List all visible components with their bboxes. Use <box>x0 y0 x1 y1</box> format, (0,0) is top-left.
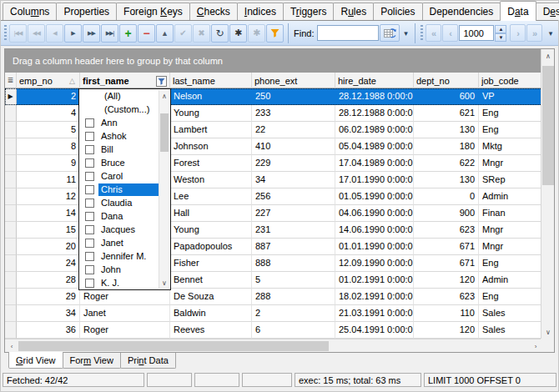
cell-emp_no[interactable]: 36 <box>17 322 80 339</box>
cell-hire_date[interactable]: 17.01.1990 0:00:0 <box>335 172 414 188</box>
tab-policies[interactable]: Policies <box>373 3 422 20</box>
filter-item-all[interactable]: (All) <box>79 89 159 103</box>
cell-job_code[interactable]: Eng <box>479 105 542 122</box>
cell-job_code[interactable]: Admin <box>479 272 542 289</box>
cell-dept_no[interactable]: 130 <box>414 172 479 188</box>
cell-phone_ext[interactable]: 887 <box>252 239 335 255</box>
pager-grip[interactable] <box>421 25 423 42</box>
pager-toolbar-overflow-icon[interactable]: ▾ <box>546 29 556 38</box>
post-edit-button[interactable]: ✔ <box>174 24 192 43</box>
cell-dept_no[interactable]: 623 <box>414 289 479 305</box>
cell-emp_no[interactable]: 8 <box>17 138 80 155</box>
cell-emp_no[interactable]: 11 <box>17 172 80 188</box>
cell-last_name[interactable]: Young <box>170 105 252 122</box>
cell-phone_ext[interactable]: 5 <box>252 272 335 289</box>
cell-phone_ext[interactable]: 6 <box>252 322 335 339</box>
cell-emp_no[interactable]: 29 <box>17 289 80 305</box>
column-header-job_code[interactable]: job_code <box>479 73 542 88</box>
scroll-left-icon[interactable]: ‹ <box>5 339 18 353</box>
filter-item-chris[interactable]: Chris <box>79 183 159 196</box>
cell-phone_ext[interactable]: 233 <box>252 105 335 122</box>
cell-job_code[interactable]: Eng <box>479 255 542 272</box>
cell-phone_ext[interactable]: 229 <box>252 155 335 172</box>
dropdown-scrollbar-thumb[interactable] <box>160 113 169 152</box>
cell-hire_date[interactable]: 05.04.1989 0:00:0 <box>335 138 414 155</box>
cell-hire_date[interactable]: 28.12.1988 0:00:0 <box>335 88 414 105</box>
cell-dept_no[interactable]: 671 <box>414 255 479 272</box>
cell-last_name[interactable]: Bennet <box>170 272 252 289</box>
cell-dept_no[interactable]: 180 <box>414 138 479 155</box>
filter-button[interactable] <box>266 24 284 43</box>
horizontal-scrollbar[interactable]: ‹ › <box>5 339 542 352</box>
cell-job_code[interactable]: Mngr <box>479 155 542 172</box>
cell-job_code[interactable]: Finan <box>479 205 542 222</box>
cell-job_code[interactable]: Eng <box>479 289 542 305</box>
column-header-first_name[interactable]: first_name <box>80 73 170 88</box>
tab-dependencies[interactable]: Dependencies <box>422 3 501 20</box>
cell-first_name[interactable]: Janet <box>80 305 170 322</box>
tab-rules[interactable]: Rules <box>333 3 374 20</box>
filter-item-carol[interactable]: Carol <box>79 169 159 183</box>
cell-last_name[interactable]: Hall <box>170 205 252 222</box>
cell-emp_no[interactable]: 14 <box>17 205 80 222</box>
filter-item-checkbox[interactable] <box>85 252 94 261</box>
cell-dept_no[interactable]: 623 <box>414 222 479 239</box>
cell-emp_no[interactable]: 28 <box>17 272 80 289</box>
tab-description[interactable]: Description <box>536 3 559 20</box>
filter-item-checkbox[interactable] <box>85 239 94 248</box>
first-page-button[interactable]: « <box>426 24 441 42</box>
find-toolbar-overflow-icon[interactable]: ▾ <box>400 29 410 38</box>
tab-columns[interactable]: Columns <box>3 3 57 20</box>
cell-first_name[interactable]: Roger <box>80 322 170 339</box>
tab-properties[interactable]: Properties <box>56 3 117 20</box>
filter-item-checkbox[interactable] <box>85 145 94 154</box>
column-header-hire_date[interactable]: hire_date <box>335 73 414 88</box>
cell-hire_date[interactable]: 12.09.1990 0:00:0 <box>335 255 414 272</box>
cell-last_name[interactable]: Nelson <box>170 88 252 105</box>
group-by-bar[interactable]: Drag a column header here to group by th… <box>5 49 542 73</box>
tab-foreign-keys[interactable]: Foreign Keys <box>116 3 190 20</box>
filter-item-claudia[interactable]: Claudia <box>79 196 159 209</box>
view-tab-print-data[interactable]: Print Data <box>120 353 176 369</box>
cell-phone_ext[interactable]: 888 <box>252 255 335 272</box>
cell-emp_no[interactable]: 34 <box>17 305 80 322</box>
edit-record-button[interactable]: ▲ <box>156 24 174 43</box>
filter-item-dana[interactable]: Dana <box>79 209 159 223</box>
cell-emp_no[interactable]: 24 <box>17 255 80 272</box>
cell-phone_ext[interactable]: 256 <box>252 188 335 205</box>
cell-last_name[interactable]: Weston <box>170 172 252 188</box>
prior-page-button[interactable]: ◀◀ <box>28 24 45 43</box>
find-in-grid-button[interactable] <box>380 24 400 42</box>
dropdown-scrollbar[interactable]: ∧ ∨ <box>159 90 169 289</box>
cell-dept_no[interactable]: 120 <box>414 322 479 339</box>
cell-phone_ext[interactable]: 22 <box>252 122 335 138</box>
cell-dept_no[interactable]: 671 <box>414 239 479 255</box>
filter-item-checkbox[interactable] <box>85 132 94 141</box>
cell-phone_ext[interactable]: 410 <box>252 138 335 155</box>
cancel-edit-button[interactable]: ✖ <box>193 24 210 43</box>
filter-item-checkbox[interactable] <box>85 199 94 208</box>
cell-hire_date[interactable]: 04.06.1990 0:00:0 <box>335 205 414 222</box>
vertical-scrollbar[interactable]: ∧ ∨ <box>541 49 554 339</box>
cell-job_code[interactable]: Mngr <box>479 222 542 239</box>
cell-phone_ext[interactable]: 231 <box>252 222 335 239</box>
next-record-button[interactable]: ▶ <box>64 24 82 43</box>
cell-job_code[interactable]: VP <box>479 88 542 105</box>
cell-hire_date[interactable]: 21.03.1991 0:00:0 <box>335 305 414 322</box>
filter-item-janet[interactable]: Janet <box>79 236 159 249</box>
filter-item-k-j[interactable]: K. J. <box>79 276 159 289</box>
cell-job_code[interactable]: Sales <box>479 305 542 322</box>
column-header-phone_ext[interactable]: phone_ext <box>252 73 335 88</box>
cell-job_code[interactable]: Mktg <box>479 138 542 155</box>
filter-item-ashok[interactable]: Ashok <box>79 129 159 143</box>
cell-hire_date[interactable]: 14.06.1990 0:00:0 <box>335 222 414 239</box>
cell-job_code[interactable]: Eng <box>479 122 542 138</box>
cell-hire_date[interactable]: 17.04.1989 0:00:0 <box>335 155 414 172</box>
table-row[interactable]: 34JanetBaldwin221.03.1991 0:00:0110Sales <box>5 305 542 322</box>
cell-phone_ext[interactable]: 227 <box>252 205 335 222</box>
cell-hire_date[interactable]: 25.04.1991 0:00:0 <box>335 322 414 339</box>
filter-item-ann[interactable]: Ann <box>79 116 159 129</box>
cell-hire_date[interactable]: 01.01.1990 0:00:0 <box>335 239 414 255</box>
filter-item-jacques[interactable]: Jacques <box>79 223 159 236</box>
scroll-down-icon[interactable]: ∨ <box>541 325 555 339</box>
